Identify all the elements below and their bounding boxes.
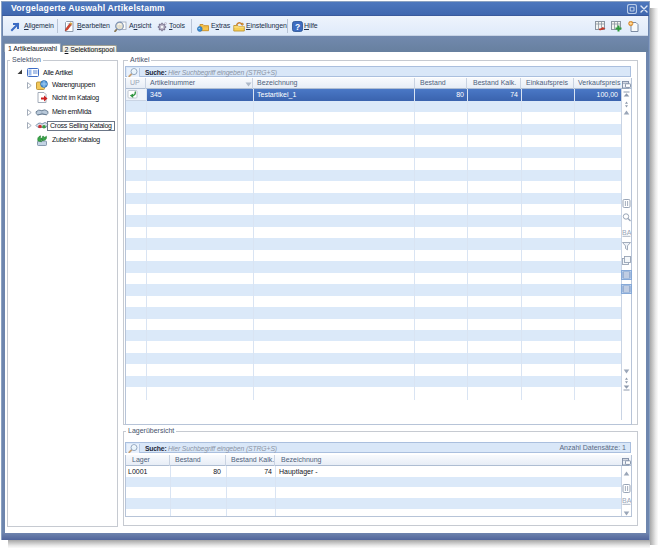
svg-text:BA: BA	[622, 229, 631, 236]
svg-text:?: ?	[295, 22, 300, 32]
svg-text:BA: BA	[622, 497, 631, 504]
